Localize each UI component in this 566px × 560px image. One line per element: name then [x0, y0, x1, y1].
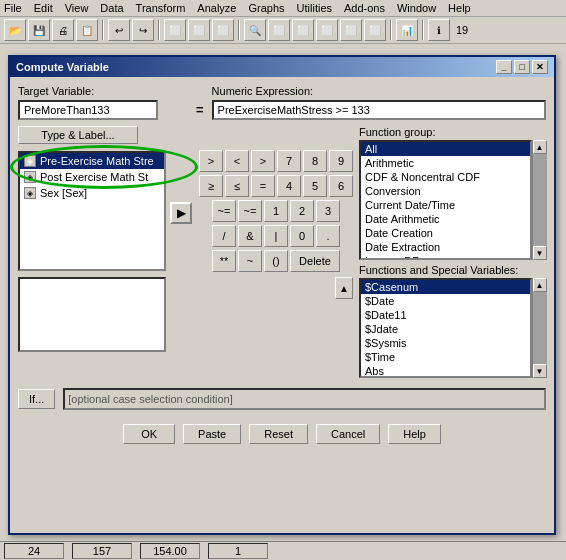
right-panel: Function group: All Arithmetic CDF & Non… [359, 126, 546, 378]
tb-goto-var[interactable]: ⬜ [164, 19, 186, 41]
tb-search[interactable]: 🔍 [244, 19, 266, 41]
kp-dot[interactable]: . [316, 225, 340, 247]
kp-9[interactable]: 9 [329, 150, 353, 172]
func-group-date-extract[interactable]: Date Extraction [361, 240, 530, 254]
func-group-date-arith[interactable]: Date Arithmetic [361, 212, 530, 226]
func-group-cdf[interactable]: CDF & Noncentral CDF [361, 170, 530, 184]
function-group-list[interactable]: All Arithmetic CDF & Noncentral CDF Conv… [359, 140, 532, 260]
var-item-sex[interactable]: ◈ Sex [Sex] [20, 185, 164, 201]
fv-scrollbar-thumb[interactable] [533, 292, 547, 364]
tb-split[interactable]: ⬜ [316, 19, 338, 41]
kp-neq2[interactable]: ~= [238, 200, 262, 222]
tb-open[interactable]: 📂 [4, 19, 26, 41]
kp-gt[interactable]: > [199, 150, 223, 172]
menu-file[interactable]: File [4, 2, 22, 14]
menu-data[interactable]: Data [100, 2, 123, 14]
target-variable-input[interactable] [18, 100, 158, 120]
func-group-current-date[interactable]: Current Date/Time [361, 198, 530, 212]
menu-analyze[interactable]: Analyze [197, 2, 236, 14]
kp-2[interactable]: 2 [290, 200, 314, 222]
fv-date[interactable]: $Date [361, 294, 530, 308]
cancel-button[interactable]: Cancel [316, 424, 380, 444]
variable-list[interactable]: ◈ Pre-Exercise Math Stre ◈ Post Exercise… [18, 151, 166, 271]
menu-view[interactable]: View [65, 2, 89, 14]
menu-addons[interactable]: Add-ons [344, 2, 385, 14]
tb-chart[interactable]: 📊 [396, 19, 418, 41]
ok-button[interactable]: OK [123, 424, 175, 444]
functions-vars-list[interactable]: $Casenum $Date $Date11 $Jdate $Sysmis $T… [359, 278, 532, 378]
if-button[interactable]: If... [18, 389, 55, 409]
func-group-arithmetic[interactable]: Arithmetic [361, 156, 530, 170]
fv-time[interactable]: $Time [361, 350, 530, 364]
tb-print[interactable]: 🖨 [52, 19, 74, 41]
tb-undo[interactable]: ↩ [108, 19, 130, 41]
menu-help[interactable]: Help [448, 2, 471, 14]
kp-0[interactable]: 0 [290, 225, 314, 247]
menu-edit[interactable]: Edit [34, 2, 53, 14]
fv-jdate[interactable]: $Jdate [361, 322, 530, 336]
func-group-inverse-df[interactable]: Inverse DF [361, 254, 530, 260]
kp-lte[interactable]: ≤ [225, 175, 249, 197]
kp-tilde[interactable]: ~ [238, 250, 262, 272]
scrollbar-thumb[interactable] [533, 154, 547, 246]
kp-3[interactable]: 3 [316, 200, 340, 222]
kp-eq[interactable]: = [251, 175, 275, 197]
kp-7[interactable]: 7 [277, 150, 301, 172]
kp-lt[interactable]: < [225, 150, 249, 172]
kp-1[interactable]: 1 [264, 200, 288, 222]
kp-and[interactable]: & [238, 225, 262, 247]
kp-8[interactable]: 8 [303, 150, 327, 172]
tb-select[interactable]: ⬜ [364, 19, 386, 41]
kp-gte[interactable]: ≥ [199, 175, 223, 197]
function-group-scrollbar[interactable]: ▲ ▼ [532, 140, 546, 260]
transfer-arrow-button[interactable]: ▶ [170, 202, 192, 224]
menu-window[interactable]: Window [397, 2, 436, 14]
fv-casenum[interactable]: $Casenum [361, 280, 530, 294]
functions-vars-scrollbar[interactable]: ▲ ▼ [532, 278, 546, 378]
numeric-expression-input[interactable] [212, 100, 546, 120]
maximize-button[interactable]: □ [514, 60, 530, 74]
kp-neq[interactable]: ~= [212, 200, 236, 222]
kp-4[interactable]: 4 [277, 175, 301, 197]
func-group-date-creation[interactable]: Date Creation [361, 226, 530, 240]
tb-vars[interactable]: ⬜ [212, 19, 234, 41]
type-label-button[interactable]: Type & Label... [18, 126, 138, 144]
tb-insert-var[interactable]: ⬜ [292, 19, 314, 41]
tb-redo[interactable]: ↪ [132, 19, 154, 41]
menu-utilities[interactable]: Utilities [297, 2, 332, 14]
fv-scrollbar-down[interactable]: ▼ [533, 364, 547, 378]
kp-gt2[interactable]: > [251, 150, 275, 172]
func-group-all[interactable]: All [361, 142, 530, 156]
menu-graphs[interactable]: Graphs [248, 2, 284, 14]
tb-info[interactable]: ℹ [428, 19, 450, 41]
paste-button[interactable]: Paste [183, 424, 241, 444]
var-item-pre-exercise[interactable]: ◈ Pre-Exercise Math Stre [20, 153, 164, 169]
fv-abs[interactable]: Abs [361, 364, 530, 378]
kp-or[interactable]: | [264, 225, 288, 247]
reset-button[interactable]: Reset [249, 424, 308, 444]
tb-recall[interactable]: 📋 [76, 19, 98, 41]
fv-scrollbar-up[interactable]: ▲ [533, 278, 547, 292]
help-button[interactable]: Help [388, 424, 441, 444]
kp-5[interactable]: 5 [303, 175, 327, 197]
func-group-conversion[interactable]: Conversion [361, 184, 530, 198]
tb-insert-case[interactable]: ⬜ [268, 19, 290, 41]
kp-parens[interactable]: () [264, 250, 288, 272]
scrollbar-down[interactable]: ▼ [533, 246, 547, 260]
tb-weight[interactable]: ⬜ [340, 19, 362, 41]
scrollbar-up[interactable]: ▲ [533, 140, 547, 154]
fv-date11[interactable]: $Date11 [361, 308, 530, 322]
var-item-post-exercise[interactable]: ◈ Post Exercise Math St [20, 169, 164, 185]
tb-save[interactable]: 💾 [28, 19, 50, 41]
minimize-button[interactable]: _ [496, 60, 512, 74]
up-arrow-button[interactable]: ▲ [335, 277, 353, 299]
kp-delete[interactable]: Delete [290, 250, 340, 272]
var-icon: ◈ [24, 171, 36, 183]
close-button[interactable]: ✕ [532, 60, 548, 74]
tb-goto-case[interactable]: ⬜ [188, 19, 210, 41]
kp-div[interactable]: / [212, 225, 236, 247]
kp-6[interactable]: 6 [329, 175, 353, 197]
fv-sysmis[interactable]: $Sysmis [361, 336, 530, 350]
kp-pow[interactable]: ** [212, 250, 236, 272]
menu-transform[interactable]: Transform [136, 2, 186, 14]
